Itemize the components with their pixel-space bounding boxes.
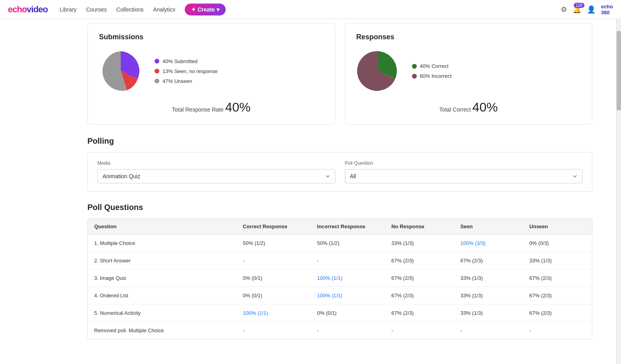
table-cell: 2. Short Answer <box>88 252 236 270</box>
unseen-dot <box>155 79 159 83</box>
seen-dot <box>155 69 159 73</box>
table-cell: - <box>385 322 454 339</box>
legend-incorrect: 60% Incorrect <box>412 73 452 79</box>
table-row: 3. Image Quiz0% (0/1)100% (1/1)67% (2/3)… <box>88 270 592 287</box>
responses-body: 40% Correct 60% Incorrect <box>356 49 581 93</box>
table-cell: Removed poll. Multiple Choice <box>88 322 236 339</box>
main-nav: Library Courses Collections Analytics ✦ … <box>60 4 561 15</box>
logo[interactable]: echovideo <box>8 4 48 15</box>
total-correct-value: 40% <box>472 100 498 114</box>
table-cell: 67% (2/3) <box>523 270 592 287</box>
poll-questions-title: Poll Questions <box>87 203 592 212</box>
table-cell: 33% (1/3) <box>523 252 592 270</box>
table-cell: 50% (1/2) <box>311 235 385 252</box>
table-cell: 33% (1/3) <box>454 304 523 322</box>
poll-question-filter-group: Poll Question All <box>345 160 583 183</box>
table-cell: 50% (1/2) <box>236 235 311 252</box>
incorrect-label: 60% Incorrect <box>420 73 452 79</box>
table-cell: - <box>236 252 311 270</box>
submissions-pie <box>99 49 143 93</box>
create-button[interactable]: ✦ Create ▾ <box>185 4 225 15</box>
total-correct-label: Total Correct <box>439 106 471 113</box>
col-header-question: Question <box>88 219 236 235</box>
col-header-unseen: Unseen <box>523 219 592 235</box>
legend-unseen: 47% Unseen <box>155 78 218 84</box>
seen-label: 13% Seen, no response <box>163 68 218 74</box>
response-rate-value: 40% <box>225 100 251 114</box>
table-row: 2. Short Answer--67% (2/3)67% (2/3)33% (… <box>88 252 592 270</box>
legend-seen-no-response: 13% Seen, no response <box>155 68 218 74</box>
table-cell: 33% (1/3) <box>454 270 523 287</box>
table-cell: 67% (2/3) <box>454 252 523 270</box>
poll-question-select[interactable]: All <box>345 169 583 183</box>
table-cell: - <box>311 252 385 270</box>
notifications-icon[interactable]: 🔔 128 <box>573 5 581 14</box>
legend-correct: 40% Correct <box>412 63 452 69</box>
table-cell: - <box>311 322 385 339</box>
media-filter-label: Media <box>97 160 335 166</box>
nav-courses[interactable]: Courses <box>86 6 107 13</box>
col-header-seen: Seen <box>454 219 523 235</box>
submissions-title: Submissions <box>99 33 324 41</box>
responses-footer: Total Correct 40% <box>356 100 581 115</box>
table-row: Removed poll. Multiple Choice----- <box>88 322 592 339</box>
table-cell: 33% (1/3) <box>454 287 523 304</box>
media-filter-group: Media Animation Quiz <box>97 160 335 183</box>
table-cell: 3. Image Quiz <box>88 270 236 287</box>
table-cell: 0% (0/3) <box>523 235 592 252</box>
table-cell: 67% (2/3) <box>385 304 454 322</box>
poll-questions-table-wrapper: Question Correct Response Incorrect Resp… <box>87 218 592 339</box>
submissions-footer: Total Response Rate 40% <box>99 100 324 115</box>
table-cell: 67% (2/3) <box>385 287 454 304</box>
header: echovideo Library Courses Collections An… <box>0 0 621 19</box>
table-row: 5. Numerical Activity100% (1/1)0% (0/1)6… <box>88 304 592 322</box>
table-cell: 5. Numerical Activity <box>88 304 236 322</box>
main-content: Submissions <box>0 19 616 364</box>
table-cell: 100% (1/1) <box>311 270 385 287</box>
polling-section-title: Polling <box>87 137 592 146</box>
table-cell: 0% (0/1) <box>236 287 311 304</box>
settings-icon[interactable]: ⚙ <box>561 5 567 14</box>
legend-submitted: 40% Submitted <box>155 58 218 64</box>
media-select[interactable]: Animation Quiz <box>97 169 335 183</box>
col-header-incorrect: Incorrect Response <box>311 219 385 235</box>
table-cell: 100% (3/3) <box>454 235 523 252</box>
table-cell: 100% (1/1) <box>236 304 311 322</box>
filter-row: Media Animation Quiz Poll Question All <box>97 160 582 183</box>
response-rate-label: Total Response Rate <box>172 106 224 113</box>
table-cell: - <box>454 322 523 339</box>
table-cell: 0% (0/1) <box>311 304 385 322</box>
col-header-no-response: No Response <box>385 219 454 235</box>
notification-badge: 128 <box>574 3 584 8</box>
col-header-correct: Correct Response <box>236 219 311 235</box>
table-cell: 100% (1/1) <box>311 287 385 304</box>
nav-library[interactable]: Library <box>60 6 77 13</box>
table-cell: - <box>236 322 311 339</box>
correct-label: 40% Correct <box>420 63 449 69</box>
page-wrapper: Submissions <box>0 19 621 364</box>
poll-questions-table: Question Correct Response Incorrect Resp… <box>88 219 592 339</box>
poll-question-filter-label: Poll Question <box>345 160 583 166</box>
responses-title: Responses <box>356 33 581 41</box>
table-cell: 67% (2/3) <box>385 270 454 287</box>
table-row: 1. Multiple Choice50% (1/2)50% (1/2)33% … <box>88 235 592 252</box>
echo360-logo: echo360 <box>601 4 613 15</box>
nav-analytics[interactable]: Analytics <box>153 6 175 13</box>
scrollbar-track[interactable] <box>616 19 621 364</box>
table-cell: 67% (2/3) <box>523 287 592 304</box>
table-cell: - <box>523 322 592 339</box>
submitted-dot <box>155 59 159 64</box>
user-icon[interactable]: 👤 <box>587 5 596 14</box>
header-right: ⚙ 🔔 128 👤 echo360 <box>561 4 613 15</box>
submitted-label: 40% Submitted <box>163 58 197 64</box>
scrollbar-thumb[interactable] <box>617 31 621 110</box>
nav-collections[interactable]: Collections <box>116 6 143 13</box>
submissions-card: Submissions <box>87 23 335 125</box>
incorrect-dot <box>412 74 417 79</box>
polling-filter-card: Media Animation Quiz Poll Question All <box>87 152 592 192</box>
responses-card: Responses 40% Correct <box>345 23 593 125</box>
table-body: 1. Multiple Choice50% (1/2)50% (1/2)33% … <box>88 235 592 339</box>
table-row: 4. Ordered List0% (0/1)100% (1/1)67% (2/… <box>88 287 592 304</box>
charts-row: Submissions <box>87 23 592 125</box>
table-cell: 67% (2/3) <box>385 252 454 270</box>
